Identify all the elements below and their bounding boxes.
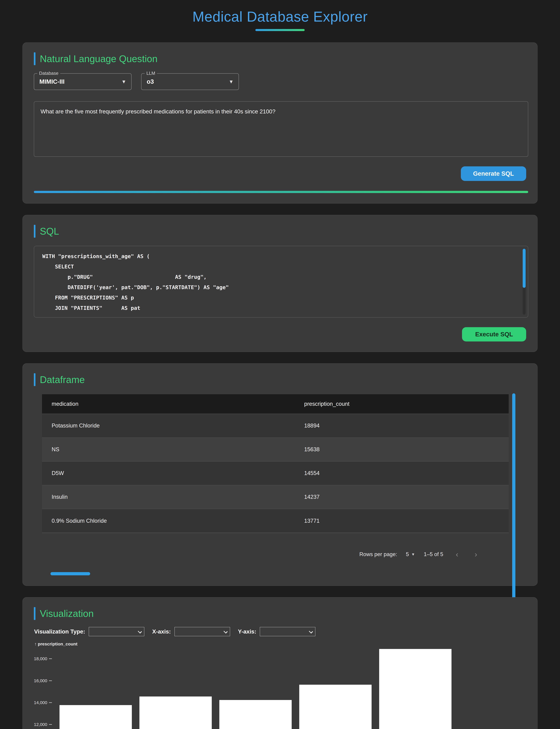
bar-1 <box>139 696 212 729</box>
heading-accent-bar <box>34 607 35 620</box>
column-header: prescription_count <box>295 394 509 414</box>
previous-page-button[interactable]: ‹ <box>452 550 462 559</box>
table-cell: 18894 <box>295 414 509 437</box>
dataframe-table: medicationprescription_count Potassium C… <box>42 394 509 533</box>
table-row: D5W14554 <box>42 461 509 485</box>
viz-type-select[interactable] <box>89 627 144 636</box>
table-horizontal-scrollbar-thumb[interactable] <box>50 572 90 575</box>
chevron-down-icon: ▼ <box>121 79 126 85</box>
question-input[interactable]: What are the five most frequently prescr… <box>34 101 528 157</box>
chevron-down-icon: ▼ <box>229 79 234 85</box>
viz-x-axis-label: X-axis: <box>152 628 171 635</box>
heading-accent-bar <box>34 373 35 386</box>
llm-select-label: LLM <box>145 71 157 76</box>
sql-heading-text: SQL <box>40 226 59 237</box>
table-row: Insulin14237 <box>42 485 509 509</box>
progress-bar <box>34 191 528 193</box>
table-cell: NS <box>42 437 295 461</box>
visualization-controls: Visualization Type: X-axis: Y-axis: <box>34 627 526 636</box>
chart-y-axis-title: ↑ prescription_count <box>34 641 526 646</box>
nlq-heading: Natural Language Question <box>34 52 526 65</box>
database-select-label: Database <box>37 71 60 76</box>
llm-select[interactable]: LLM o3 ▼ <box>141 73 239 90</box>
viz-y-axis-select[interactable] <box>260 627 315 636</box>
dataframe-card: Dataframe medicationprescription_count P… <box>22 363 538 586</box>
next-page-button[interactable]: › <box>471 550 481 559</box>
sql-card: SQL WITH "prescriptions_with_age" AS ( S… <box>22 215 538 352</box>
viz-y-axis-label: Y-axis: <box>238 628 256 635</box>
table-vertical-scrollbar-thumb[interactable] <box>512 393 515 608</box>
visualization-heading: Visualization <box>34 607 526 620</box>
execute-sql-button[interactable]: Execute SQL <box>462 327 526 342</box>
sql-code: WITH "prescriptions_with_age" AS ( SELEC… <box>42 251 520 313</box>
sql-heading: SQL <box>34 225 526 238</box>
table-cell: 15638 <box>295 437 509 461</box>
y-tick-mark <box>49 658 52 659</box>
bar-4 <box>379 649 451 729</box>
y-tick-label: 12,000 <box>34 722 47 727</box>
table-cell: 0.9% Sodium Chloride <box>42 509 295 533</box>
viz-x-axis-select[interactable] <box>174 627 230 636</box>
rows-per-page-select[interactable]: 5 ▼ <box>406 551 415 557</box>
chevron-down-icon <box>138 629 142 633</box>
table-row: NS15638 <box>42 437 509 461</box>
sql-scrollbar-thumb[interactable] <box>523 249 526 288</box>
heading-accent-bar <box>34 52 35 65</box>
table-cell: Potassium Chloride <box>42 414 295 437</box>
rows-per-page-value: 5 <box>406 551 409 557</box>
nlq-card: Natural Language Question Database MIMIC… <box>22 42 538 204</box>
chevron-down-icon <box>224 629 228 633</box>
chevron-down-icon: ▼ <box>411 552 415 557</box>
dataframe-table-head: medicationprescription_count <box>42 394 509 414</box>
visualization-card: Visualization Visualization Type: X-axis… <box>22 597 538 729</box>
table-cell: 13771 <box>295 509 509 533</box>
table-cell: D5W <box>42 461 295 485</box>
y-tick-label: 14,000 <box>34 700 47 705</box>
bar-3 <box>299 685 372 729</box>
llm-select-value: o3 <box>147 78 154 85</box>
column-header: medication <box>42 394 295 414</box>
bar-2 <box>219 700 292 729</box>
y-tick-label: 16,000 <box>34 678 47 683</box>
dataframe-table-body: Potassium Chloride18894NS15638D5W14554In… <box>42 414 509 533</box>
table-cell: Insulin <box>42 485 295 509</box>
table-bottom-divider <box>42 533 509 533</box>
nlq-button-row: Generate SQL <box>34 166 526 181</box>
table-row: Potassium Chloride18894 <box>42 414 509 437</box>
database-select-value: MIMIC-III <box>39 78 65 85</box>
dataframe-heading-text: Dataframe <box>40 374 85 385</box>
heading-accent-bar <box>34 225 35 238</box>
viz-type-label: Visualization Type: <box>34 628 85 635</box>
chevron-down-icon <box>309 629 313 633</box>
database-select[interactable]: Database MIMIC-III ▼ <box>34 73 132 90</box>
title-underline <box>255 29 305 31</box>
generate-sql-button[interactable]: Generate SQL <box>461 166 526 181</box>
table-cell: 14554 <box>295 461 509 485</box>
page: Medical Database Explorer Natural Langua… <box>0 0 560 729</box>
nlq-heading-text: Natural Language Question <box>40 53 157 64</box>
visualization-heading-text: Visualization <box>40 608 94 619</box>
bar-chart: 02,0004,0006,0008,00010,00012,00014,0001… <box>34 647 528 729</box>
dataframe-table-container: medicationprescription_count Potassium C… <box>42 394 518 575</box>
nlq-selects-row: Database MIMIC-III ▼ LLM o3 ▼ <box>34 73 526 90</box>
page-title: Medical Database Explorer <box>0 0 560 25</box>
y-tick-label: 18,000 <box>34 656 47 661</box>
table-row: 0.9% Sodium Chloride13771 <box>42 509 509 533</box>
dataframe-heading: Dataframe <box>34 373 526 386</box>
sql-code-block[interactable]: WITH "prescriptions_with_age" AS ( SELEC… <box>34 246 528 318</box>
y-tick-mark <box>49 724 52 725</box>
pagination-range: 1–5 of 5 <box>424 551 443 557</box>
y-tick-mark <box>49 702 52 703</box>
table-cell: 14237 <box>295 485 509 509</box>
table-pagination: Rows per page: 5 ▼ 1–5 of 5 ‹ › <box>42 550 481 559</box>
sql-button-row: Execute SQL <box>34 327 526 342</box>
bar-0 <box>59 705 132 729</box>
y-tick-mark <box>49 680 52 681</box>
rows-per-page-label: Rows per page: <box>359 551 397 557</box>
